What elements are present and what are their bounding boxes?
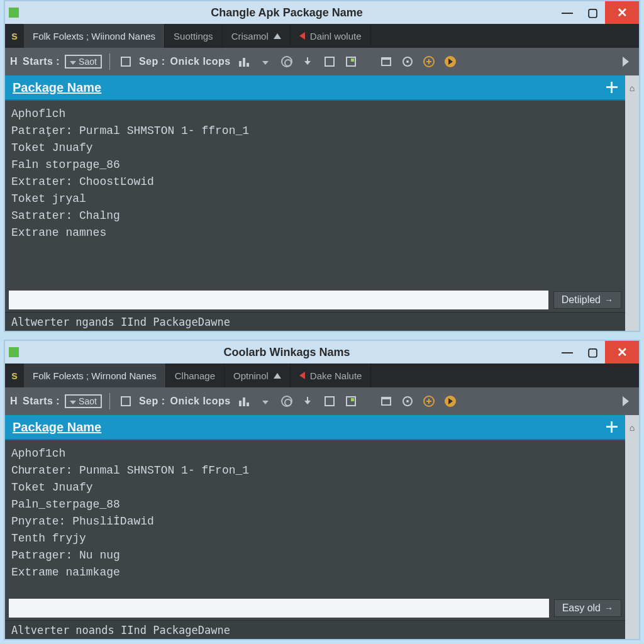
window-title: Changle Apk Package Name	[19, 6, 555, 19]
maximize-button[interactable]: ▢	[580, 341, 605, 364]
bars-icon[interactable]	[236, 393, 252, 409]
code-line: Aphoflch	[11, 106, 619, 123]
tab-folk-folexts[interactable]: Folk Folexts ; Wiinond Nanes	[24, 24, 165, 48]
close-button[interactable]: ✕	[605, 341, 639, 364]
side-gutter: ⌂	[625, 415, 639, 639]
code-line: Extrater: ChoostĽowid	[11, 174, 619, 191]
next-icon[interactable]	[618, 393, 634, 409]
code-line: Patraţer: Purmal SHMSTON 1- ffron_1	[11, 123, 619, 140]
code-line: Paln_sterpage_88	[11, 496, 619, 513]
square-icon[interactable]	[321, 393, 338, 409]
panel-icon[interactable]	[118, 53, 134, 70]
panel-icon[interactable]	[118, 393, 134, 409]
tab-dake[interactable]: Dake Nalute	[291, 364, 372, 387]
tb-h-glyph: H	[10, 396, 18, 407]
window-2: Coolarb Winkags Nams — ▢ ✕ s Folk Folext…	[4, 340, 640, 640]
dropdown-icon[interactable]	[257, 53, 274, 70]
window-1: Changle Apk Package Name — ▢ ✕ s Folk Fo…	[4, 0, 640, 332]
triangle-up-icon	[274, 33, 281, 39]
next-icon[interactable]	[618, 53, 634, 70]
tb-starts-label: Starts :	[23, 396, 60, 407]
move-handle-icon[interactable]	[606, 421, 618, 433]
minimize-button[interactable]: —	[555, 1, 580, 24]
maximize-button[interactable]: ▢	[580, 1, 605, 24]
separator-icon	[109, 393, 110, 409]
code-line: Patrager: Nu nug	[11, 547, 619, 564]
bookmark-icon[interactable]	[378, 393, 394, 409]
triangle-left-icon	[299, 32, 305, 40]
code-line: Pnyrate: PhusliİDawid	[11, 513, 619, 530]
code-line: Satrater: Chalng	[11, 208, 619, 225]
app-icon	[9, 347, 19, 357]
play-icon[interactable]	[442, 393, 458, 409]
dropdown-icon[interactable]	[257, 393, 274, 409]
arrow-right-icon: →	[604, 295, 613, 305]
home-icon[interactable]: ⌂	[630, 83, 635, 93]
code-line: Chưrater: Punmal SHNSTON 1- fFron_1	[11, 462, 619, 479]
tb-saot-chip[interactable]: Saot	[65, 394, 102, 408]
tab-suottings[interactable]: Suottings	[165, 24, 223, 48]
input-row: Easy old→	[5, 596, 625, 620]
code-line: Toket Jnuafy	[11, 479, 619, 496]
separator-icon	[109, 53, 110, 70]
titlebar[interactable]: Coolarb Winkags Nams — ▢ ✕	[5, 341, 639, 364]
easy-old-button[interactable]: Easy old→	[554, 599, 621, 617]
command-input[interactable]	[9, 599, 549, 618]
tabstrip: s Folk Folexts ; Wiinond Nanes Suottings…	[5, 24, 639, 48]
tb-onick-label: Onick Icops	[170, 56, 231, 67]
code-line: Toket jryal	[11, 191, 619, 208]
chevron-down-icon	[70, 401, 76, 404]
square-icon[interactable]	[321, 53, 338, 70]
add-icon[interactable]	[421, 53, 437, 70]
panel-title: Package Name	[13, 80, 101, 95]
download-icon[interactable]	[300, 393, 316, 409]
record-icon[interactable]	[399, 393, 416, 409]
target-icon[interactable]	[279, 53, 295, 70]
status-bar: Altverter noands IInd PackageDawne	[5, 620, 625, 639]
target-icon[interactable]	[279, 393, 295, 409]
tb-onick-label: Onick Icops	[170, 396, 231, 407]
calendar-icon[interactable]	[343, 53, 359, 70]
download-icon[interactable]	[300, 53, 316, 70]
tb-saot-chip[interactable]: Saot	[65, 55, 102, 69]
tab-dainl[interactable]: Dainl wolute	[291, 24, 371, 48]
code-line: Aphof1ch	[11, 445, 619, 462]
bookmark-icon[interactable]	[378, 53, 394, 70]
chevron-down-icon	[70, 61, 76, 65]
tb-starts-label: Starts :	[23, 56, 60, 67]
tab-optninol[interactable]: Optninol	[225, 364, 291, 387]
home-icon[interactable]: ⌂	[630, 423, 635, 433]
status-bar: Altwerter ngands IInd PackageDawne	[5, 312, 625, 331]
record-icon[interactable]	[399, 53, 416, 70]
code-line: Faln storpage_86	[11, 157, 619, 174]
tabstrip: s Folk Folexts ; Wirnond Nanes Clhanage …	[5, 364, 639, 387]
code-panel: Aphoflch Patraţer: Purmal SHMSTON 1- ffr…	[5, 101, 625, 288]
detipled-button[interactable]: Detiipled→	[553, 291, 621, 309]
code-panel: Aphof1ch Chưrater: Punmal SHNSTON 1- fFr…	[5, 440, 625, 596]
window-title: Coolarb Winkags Nams	[19, 346, 555, 359]
side-gutter: ⌂	[625, 75, 639, 331]
move-handle-icon[interactable]	[606, 82, 618, 93]
add-icon[interactable]	[421, 393, 437, 409]
tb-sep-label: Sep :	[139, 396, 165, 407]
code-line: Extrame naimkage	[11, 564, 619, 581]
toolbar: H Starts : Saot Sep : Onick Icops	[5, 387, 639, 415]
tab-clhanage[interactable]: Clhanage	[166, 364, 225, 387]
command-input[interactable]	[9, 291, 548, 309]
brand-icon: s	[5, 364, 24, 387]
calendar-icon[interactable]	[343, 393, 359, 409]
triangle-up-icon	[274, 373, 281, 379]
play-icon[interactable]	[442, 53, 458, 70]
arrow-right-icon: →	[604, 603, 613, 613]
code-line: Tenth fryjy	[11, 530, 619, 547]
panel-title: Package Name	[13, 420, 101, 435]
app-icon	[9, 8, 19, 18]
panel-header: Package Name	[5, 75, 625, 101]
tab-folk-folexts[interactable]: Folk Folexts ; Wirnond Nanes	[24, 364, 166, 387]
tab-crisamol[interactable]: Crisamol	[223, 24, 291, 48]
minimize-button[interactable]: —	[555, 341, 580, 364]
titlebar[interactable]: Changle Apk Package Name — ▢ ✕	[5, 1, 639, 24]
bars-icon[interactable]	[236, 53, 252, 70]
close-button[interactable]: ✕	[605, 1, 639, 24]
triangle-left-icon	[299, 372, 305, 379]
